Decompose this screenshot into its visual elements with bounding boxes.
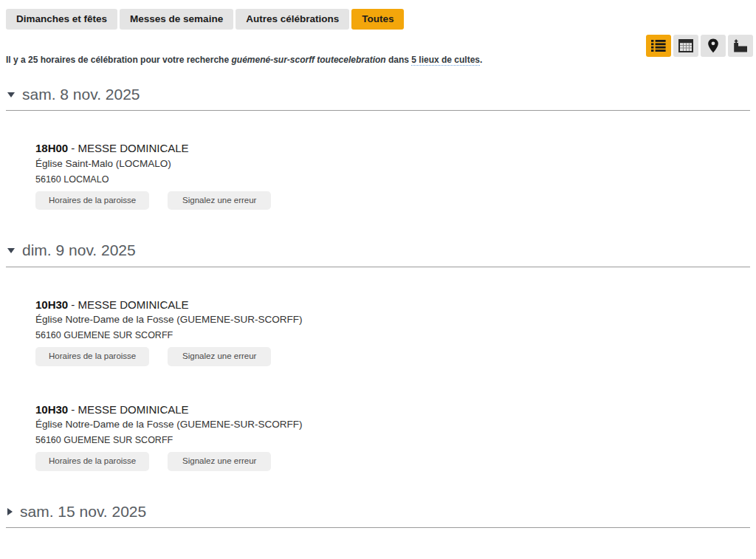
event-title: 10H30 - MESSE DOMINICALE [35, 297, 750, 312]
event-title-separator: - [68, 298, 78, 311]
event-city: 56160 GUEMENE SUR SCORFF [35, 433, 750, 447]
event-actions: Horaires de la paroisse Signalez une err… [35, 452, 750, 471]
event-church: Église Saint-Malo (LOCMALO) [35, 157, 750, 172]
places-count-link[interactable]: 5 lieux de cultes [411, 55, 480, 66]
caret-right-icon [7, 508, 13, 515]
report-error-button[interactable]: Signalez une erreur [168, 347, 271, 366]
report-error-button[interactable]: Signalez une erreur [168, 191, 271, 210]
parish-hours-button[interactable]: Horaires de la paroisse [35, 191, 149, 210]
tab-autres-celebrations[interactable]: Autres célébrations [236, 9, 349, 30]
event-church: Église Notre-Dame de la Fosse (GUEMENE-S… [35, 312, 750, 328]
summary-query: guémené-sur-scorff toutecelebration [231, 55, 385, 65]
event-actions: Horaires de la paroisse Signalez une err… [35, 347, 750, 366]
event-card: 18H00 - MESSE DOMINICALE Église Saint-Ma… [35, 140, 750, 210]
summary-suffix: . [480, 55, 482, 65]
calendar-icon [678, 39, 693, 52]
caret-down-icon [7, 248, 15, 253]
map-view-button[interactable] [701, 35, 726, 57]
list-icon [651, 39, 666, 52]
day-section: dim. 9 nov. 2025 10H30 - MESSE DOMINICAL… [6, 241, 750, 470]
day-events: 18H00 - MESSE DOMINICALE Église Saint-Ma… [6, 140, 750, 210]
event-city: 56160 LOCMALO [35, 172, 750, 187]
tab-messes-de-semaine[interactable]: Messes de semaine [120, 9, 233, 30]
divider [6, 527, 750, 528]
day-section: sam. 15 nov. 2025 [6, 502, 750, 528]
divider [6, 267, 750, 267]
event-type: MESSE DOMINICALE [78, 298, 189, 311]
event-card: 10H30 - MESSE DOMINICALE Église Notre-Da… [35, 297, 750, 366]
day-title: sam. 8 nov. 2025 [22, 85, 140, 104]
day-header-toggle[interactable]: sam. 15 nov. 2025 [6, 502, 750, 521]
summary-prefix: Il y a 25 horaires de célébration pour v… [6, 55, 231, 65]
day-header-toggle[interactable]: dim. 9 nov. 2025 [6, 241, 750, 260]
event-type: MESSE DOMINICALE [78, 142, 189, 154]
caret-down-icon [7, 92, 15, 97]
event-time: 10H30 [35, 298, 68, 311]
event-title: 10H30 - MESSE DOMINICALE [35, 402, 750, 417]
map-pin-icon [707, 38, 719, 53]
event-time: 18H00 [35, 142, 68, 154]
tab-dimanches-et-fetes[interactable]: Dimanches et fêtes [6, 9, 117, 30]
day-title: sam. 15 nov. 2025 [20, 502, 146, 521]
results-summary: Il y a 25 horaires de célébration pour v… [6, 55, 750, 66]
celebration-schedule-page: Dimanches et fêtes Messes de semaine Aut… [0, 0, 756, 559]
category-tabs: Dimanches et fêtes Messes de semaine Aut… [6, 9, 750, 30]
event-card: 10H30 - MESSE DOMINICALE Église Notre-Da… [35, 402, 750, 471]
divider [6, 110, 750, 111]
day-title: dim. 9 nov. 2025 [22, 241, 136, 260]
event-church: Église Notre-Dame de la Fosse (GUEMENE-S… [35, 417, 750, 433]
event-actions: Horaires de la paroisse Signalez une err… [35, 191, 750, 210]
event-title: 18H00 - MESSE DOMINICALE [35, 140, 750, 156]
tab-toutes[interactable]: Toutes [351, 9, 404, 30]
event-city: 56160 GUEMENE SUR SCORFF [35, 328, 750, 343]
church-icon [732, 39, 749, 52]
view-toggle-group [646, 35, 753, 57]
parish-hours-button[interactable]: Horaires de la paroisse [35, 347, 149, 366]
parish-hours-button[interactable]: Horaires de la paroisse [35, 452, 149, 471]
event-time: 10H30 [35, 403, 68, 416]
day-section: sam. 8 nov. 2025 18H00 - MESSE DOMINICAL… [6, 85, 750, 210]
event-title-separator: - [68, 403, 78, 416]
report-error-button[interactable]: Signalez une erreur [168, 452, 271, 471]
event-type: MESSE DOMINICALE [78, 403, 189, 416]
list-view-button[interactable] [646, 35, 671, 57]
day-header-toggle[interactable]: sam. 8 nov. 2025 [6, 85, 750, 104]
calendar-view-button[interactable] [673, 35, 698, 57]
summary-middle: dans [386, 55, 412, 65]
event-title-separator: - [68, 142, 78, 154]
day-events: 10H30 - MESSE DOMINICALE Église Notre-Da… [6, 297, 750, 471]
church-view-button[interactable] [728, 35, 753, 57]
